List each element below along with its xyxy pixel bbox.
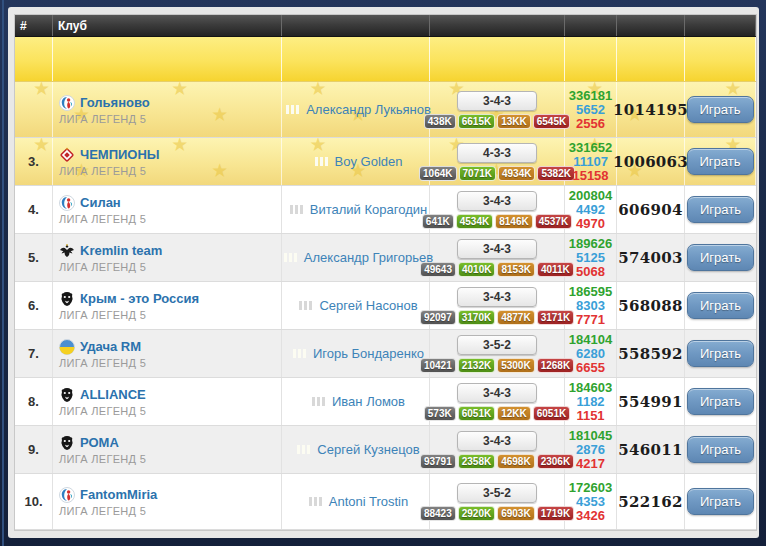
- manager-name-link[interactable]: Александр Григорьев: [304, 250, 433, 265]
- action-cell: Играть: [685, 330, 756, 377]
- header-club: Клуб: [53, 15, 282, 36]
- club-name-link[interactable]: РОМА: [80, 435, 119, 450]
- manager-name-link[interactable]: Игорь Бондаренко: [313, 346, 424, 361]
- formation-cell: 3-4-3 496434010K8153K4011K: [430, 234, 565, 281]
- formation-cell: 3-5-2 104212132K5300K1268K: [430, 330, 565, 377]
- bars-icon: [309, 497, 322, 506]
- badge-gray: 1064K: [419, 166, 456, 181]
- stats-cell: 18460311821151: [565, 378, 617, 425]
- stats-cell: 17260343533426: [565, 474, 617, 529]
- manager-name-link[interactable]: Boy Golden: [335, 154, 403, 169]
- rank-cell: 8.: [15, 378, 53, 425]
- manager-name-link[interactable]: Сергей Насонов: [319, 298, 417, 313]
- club-name-link[interactable]: Удача RM: [80, 339, 141, 354]
- stat-blue: 5652: [576, 103, 605, 117]
- rank-cell: 7.: [15, 330, 53, 377]
- table-row: ★ ★ ★ ★ ★ ★ ★ ★ ★ ★★ ★ ★ ★ ★ ★ ★ ★ ★ ★ Г…: [15, 82, 756, 138]
- club-cell: ALLIANCE ЛИГА ЛЕГЕНД 5: [53, 378, 282, 425]
- league-label: ЛИГА ЛЕГЕНД 5: [59, 113, 281, 125]
- club-name-link[interactable]: ALLIANCE: [80, 387, 146, 402]
- formation-cell: 3-5-2 884232920K6903K1719K: [430, 474, 565, 529]
- badge-green: 6615K: [458, 114, 495, 129]
- highlighted-empty-row: [15, 37, 756, 82]
- club-cell: Крым - это Россия ЛИГА ЛЕГЕНД 5: [53, 282, 282, 329]
- play-button[interactable]: Играть: [687, 388, 754, 415]
- table-row: 9. РОМА ЛИГА ЛЕГЕНД 5 Сергей Кузнецов 3-…: [15, 426, 756, 474]
- stat-green: 189626: [569, 237, 612, 251]
- badge-orange: 13KK: [497, 114, 531, 129]
- league-label: ЛИГА ЛЕГЕНД 5: [59, 453, 281, 465]
- club-cell: Гольяново ЛИГА ЛЕГЕНД 5: [53, 82, 282, 137]
- badge-green: 2358K: [458, 454, 495, 469]
- badge-gray: 93791: [420, 454, 456, 469]
- manager-cell: Александр Лукьянов: [282, 82, 430, 137]
- rating-cell: 574003: [617, 234, 685, 281]
- manager-cell: Игорь Бондаренко: [282, 330, 430, 377]
- play-button[interactable]: Играть: [687, 196, 754, 223]
- club-name-link[interactable]: FantomMiria: [80, 487, 157, 502]
- club-name-link[interactable]: Крым - это Россия: [80, 291, 199, 306]
- manager-name-link[interactable]: Иван Ломов: [332, 394, 405, 409]
- club-name-link[interactable]: Гольяново: [80, 95, 150, 110]
- stat-blue: 1182: [576, 395, 604, 409]
- rating-cell: 1006063: [617, 138, 685, 185]
- play-button[interactable]: Играть: [687, 244, 754, 271]
- play-button[interactable]: Играть: [687, 340, 754, 367]
- rank-cell: 5.: [15, 234, 53, 281]
- stats-cell: 18962651255068: [565, 234, 617, 281]
- formation-pill: 3-4-3: [457, 431, 537, 451]
- play-button[interactable]: Играть: [687, 488, 754, 515]
- play-button[interactable]: Играть: [687, 148, 754, 175]
- table-row: 5. Kremlin team ЛИГА ЛЕГЕНД 5 Александр …: [15, 234, 756, 282]
- club-name-link[interactable]: Kremlin team: [80, 243, 162, 258]
- play-button[interactable]: Играть: [687, 96, 754, 123]
- formation-pill: 3-4-3: [457, 287, 537, 307]
- stats-cell: 18104528764217: [565, 426, 617, 473]
- stat-red: 1151: [576, 409, 604, 423]
- blue-red-emblem-icon: [59, 487, 75, 503]
- club-name-link[interactable]: Силан: [80, 195, 121, 210]
- stat-red: 5068: [576, 265, 605, 279]
- ukraine-flag-icon: [59, 339, 75, 355]
- badge-orange: 8153K: [497, 262, 534, 277]
- rank-cell: [15, 82, 53, 137]
- badge-green: 3170K: [458, 310, 495, 325]
- badge-gray: 10421: [420, 358, 456, 373]
- club-cell: Удача RM ЛИГА ЛЕГЕНД 5: [53, 330, 282, 377]
- club-cell: Силан ЛИГА ЛЕГЕНД 5: [53, 186, 282, 233]
- league-label: ЛИГА ЛЕГЕНД 5: [59, 213, 281, 225]
- play-button[interactable]: Играть: [687, 436, 754, 463]
- manager-name-link[interactable]: Александр Лукьянов: [306, 102, 431, 117]
- stat-red: 6655: [576, 361, 605, 375]
- play-button[interactable]: Играть: [687, 292, 754, 319]
- bars-icon: [315, 157, 328, 166]
- formation-pill: 4-3-3: [457, 143, 537, 163]
- manager-name-link[interactable]: Сергей Кузнецов: [317, 442, 419, 457]
- club-name-link[interactable]: ЧЕМПИОНЫ: [80, 147, 160, 162]
- stat-red: 3426: [576, 509, 605, 523]
- header-manager: [282, 15, 430, 36]
- stat-green: 184104: [569, 333, 612, 347]
- table-row: ★ ★ ★ ★ ★ ★ ★ ★ ★ ★★ ★ ★ ★ ★ ★ ★ ★ ★ ★ 3…: [15, 138, 756, 186]
- manager-name-link[interactable]: Виталий Корагодин: [310, 202, 427, 217]
- club-cell: ЧЕМПИОНЫ ЛИГА ЛЕГЕНД 5: [53, 138, 282, 185]
- bars-icon: [284, 253, 297, 262]
- badge-green: 2132K: [458, 358, 495, 373]
- badge-gray: 438K: [424, 114, 456, 129]
- stat-green: 172603: [569, 481, 612, 495]
- stat-blue: 4492: [576, 203, 605, 217]
- table-row: 10. FantomMiria ЛИГА ЛЕГЕНД 5 Antoni Tro…: [15, 474, 756, 530]
- badge-orange: 8146K: [495, 214, 532, 229]
- manager-name-link[interactable]: Antoni Trostin: [329, 494, 409, 509]
- rating-cell: 568088: [617, 282, 685, 329]
- rank-cell: 4.: [15, 186, 53, 233]
- table-row: 4. Силан ЛИГА ЛЕГЕНД 5 Виталий Корагодин…: [15, 186, 756, 234]
- action-cell: Играть: [685, 234, 756, 281]
- stats-cell: 3316521110715158: [565, 138, 617, 185]
- formation-pill: 3-5-2: [457, 335, 537, 355]
- manager-cell: Сергей Насонов: [282, 282, 430, 329]
- stat-red: 4970: [576, 217, 605, 231]
- league-label: ЛИГА ЛЕГЕНД 5: [59, 309, 281, 321]
- formation-pill: 3-4-3: [457, 91, 537, 111]
- stat-red: 4217: [576, 457, 605, 471]
